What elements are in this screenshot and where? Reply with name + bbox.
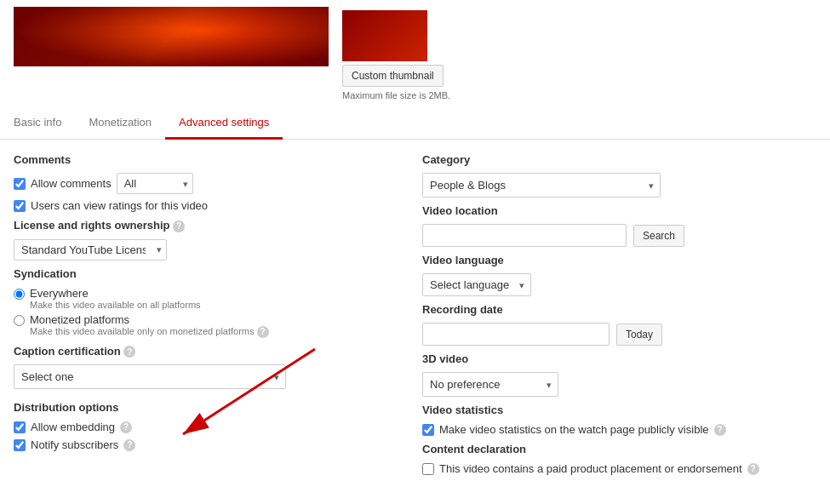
recording-date-row: Today — [422, 323, 816, 346]
notify-subscribers-label: Notify subscribers — [31, 438, 118, 451]
category-dropdown-wrapper[interactable]: People & Blogs Film & Animation Autos & … — [422, 173, 661, 198]
video-statistics-label: Make video statistics on the watch page … — [439, 423, 709, 436]
top-section: Custom thumbnail Maximum file size is 2M… — [0, 0, 830, 107]
ratings-label: Users can view ratings for this video — [31, 199, 208, 212]
allow-embedding-help-icon[interactable]: ? — [120, 421, 132, 433]
main-content: Comments Allow comments All Approved Dis… — [0, 153, 830, 480]
allow-comments-select[interactable]: All Approved Disabled — [117, 173, 193, 194]
syndication-everywhere-radio[interactable] — [14, 289, 25, 300]
3d-video-select[interactable]: No preference This is not 3D This is 3D — [422, 372, 558, 397]
syndication-everywhere-row: Everywhere Make this video available on … — [14, 287, 380, 310]
statistics-help-icon[interactable]: ? — [714, 424, 726, 436]
today-button[interactable]: Today — [616, 324, 662, 346]
distribution-section-title: Distribution options — [14, 401, 380, 414]
notify-subscribers-help-icon[interactable]: ? — [123, 439, 135, 451]
notify-subscribers-row: Notify subscribers ? — [14, 438, 380, 451]
distribution-section: Distribution options Allow embedding ? N… — [14, 401, 380, 451]
caption-section-title: Caption certification ? — [14, 345, 380, 358]
video-location-section-title: Video location — [422, 204, 816, 217]
syndication-section-title: Syndication — [14, 267, 380, 280]
caption-select-wrapper[interactable]: Select one This content has never aired … — [14, 364, 286, 389]
caption-select[interactable]: Select one This content has never aired … — [14, 364, 286, 389]
video-language-section-title: Video language — [422, 254, 816, 266]
license-dropdown-wrapper[interactable]: Standard YouTube License Creative Common… — [14, 239, 167, 261]
license-section-title: License and rights ownership ? — [14, 219, 380, 232]
video-location-row: Search — [422, 224, 816, 247]
content-declaration-label: This video contains a paid product place… — [439, 462, 742, 475]
syndication-everywhere-labels: Everywhere Make this video available on … — [30, 287, 201, 310]
3d-video-section-title: 3D video — [422, 352, 816, 365]
category-section-title: Category — [422, 153, 816, 166]
ratings-checkbox[interactable] — [14, 200, 26, 212]
allow-embedding-label: Allow embedding — [31, 421, 115, 433]
tab-advanced-settings[interactable]: Advanced settings — [165, 107, 283, 140]
content-declaration-help-icon[interactable]: ? — [747, 463, 759, 475]
comments-section-title: Comments — [14, 153, 380, 166]
video-statistics-checkbox[interactable] — [422, 424, 434, 436]
allow-embedding-checkbox[interactable] — [14, 421, 26, 433]
syndication-monetized-label: Monetized platforms — [30, 313, 269, 326]
syndication-everywhere-sublabel: Make this video available on all platfor… — [30, 300, 201, 310]
video-thumbnail — [14, 7, 329, 66]
right-column: Category People & Blogs Film & Animation… — [414, 153, 816, 480]
allow-comments-dropdown-wrapper[interactable]: All Approved Disabled — [117, 173, 193, 194]
syndication-monetized-row: Monetized platforms Make this video avai… — [14, 313, 380, 338]
allow-comments-row: Allow comments All Approved Disabled — [14, 173, 380, 194]
syndication-monetized-radio[interactable] — [14, 315, 25, 326]
page-wrapper: Custom thumbnail Maximum file size is 2M… — [0, 0, 830, 504]
custom-thumbnail-button[interactable]: Custom thumbnail — [342, 65, 444, 87]
location-search-button[interactable]: Search — [633, 225, 684, 247]
tabs-bar: Basic info Monetization Advanced setting… — [0, 107, 830, 140]
video-statistics-section-title: Video statistics — [422, 404, 816, 416]
allow-comments-checkbox[interactable] — [14, 178, 26, 190]
video-statistics-row: Make video statistics on the watch page … — [422, 423, 816, 436]
content-declaration-row: This video contains a paid product place… — [422, 462, 816, 475]
thumbnail-right: Custom thumbnail Maximum file size is 2M… — [342, 7, 450, 100]
3d-video-dropdown-wrapper[interactable]: No preference This is not 3D This is 3D — [422, 372, 558, 397]
video-location-input[interactable] — [422, 224, 627, 247]
ratings-row: Users can view ratings for this video — [14, 199, 380, 212]
syndication-monetized-sublabel: Make this video available only on moneti… — [30, 326, 269, 338]
recording-date-section-title: Recording date — [422, 303, 816, 316]
tab-basic-info[interactable]: Basic info — [0, 107, 75, 140]
syndication-everywhere-label: Everywhere — [30, 287, 201, 300]
syndication-help-icon[interactable]: ? — [257, 326, 269, 338]
tab-monetization[interactable]: Monetization — [75, 107, 165, 140]
caption-help-icon[interactable]: ? — [123, 346, 135, 358]
category-select[interactable]: People & Blogs Film & Animation Autos & … — [422, 173, 661, 198]
language-select[interactable]: Select language English Spanish French G… — [422, 273, 531, 296]
left-column: Comments Allow comments All Approved Dis… — [14, 153, 414, 480]
allow-comments-label: Allow comments — [31, 177, 112, 190]
content-declaration-section-title: Content declaration — [422, 443, 816, 455]
license-select[interactable]: Standard YouTube License Creative Common… — [14, 239, 167, 261]
language-dropdown-wrapper[interactable]: Select language English Spanish French G… — [422, 273, 531, 296]
thumbnail-small-preview — [342, 10, 427, 61]
allow-embedding-row: Allow embedding ? — [14, 421, 380, 433]
notify-subscribers-checkbox[interactable] — [14, 439, 26, 451]
license-help-icon[interactable]: ? — [173, 220, 185, 232]
recording-date-input[interactable] — [422, 323, 610, 346]
syndication-monetized-labels: Monetized platforms Make this video avai… — [30, 313, 269, 338]
file-size-note: Maximum file size is 2MB. — [342, 90, 450, 100]
content-declaration-checkbox[interactable] — [422, 463, 434, 475]
